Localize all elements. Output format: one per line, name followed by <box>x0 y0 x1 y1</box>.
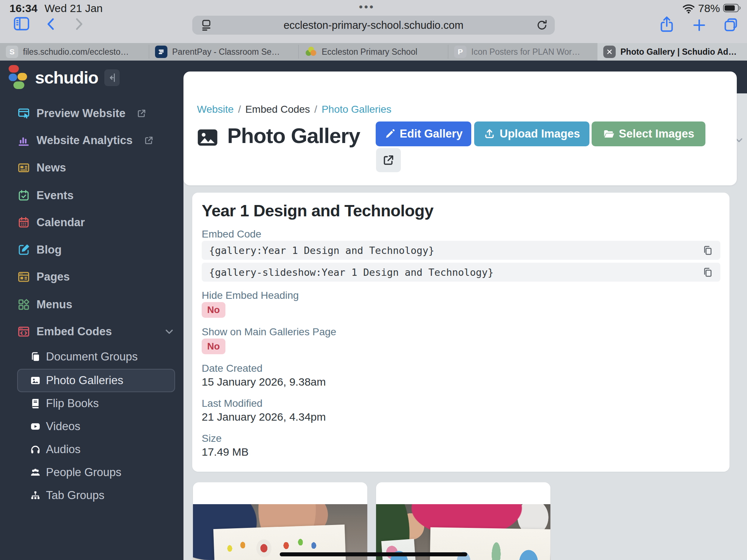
sidebar: schudio Preview Website Website Analytic… <box>0 61 183 560</box>
pencil-icon <box>384 128 395 139</box>
tab-parentpay[interactable]: ParentPay - Classroom Selection <box>149 43 298 61</box>
browser-chrome: 16:34 Wed 21 Jan ••• 78% eccleston-prima… <box>0 0 747 43</box>
gallery-name: Year 1 Design and Technology <box>202 201 433 220</box>
sidebar-item-videos[interactable]: Videos <box>30 415 175 438</box>
tab-bar: S files.schudio.com/eccleston-pri… Paren… <box>0 43 747 61</box>
tab-files-schudio[interactable]: S files.schudio.com/eccleston-pri… <box>0 43 149 61</box>
sidebar-toggle-button[interactable] <box>13 16 30 31</box>
sidebar-item-label: Document Groups <box>46 350 138 363</box>
tab-photo-gallery-active[interactable]: Photo Gallery | Schudio Admin <box>597 43 747 61</box>
wifi-icon <box>682 4 695 14</box>
sidebar-item-label: Events <box>36 189 74 202</box>
size-label: Size <box>202 433 221 444</box>
tab-icon-posters[interactable]: P Icon Posters for PLAN Working S… <box>448 43 597 61</box>
sidebar-item-document-groups[interactable]: Document Groups <box>30 345 175 368</box>
collapse-sidebar-button[interactable] <box>104 69 120 86</box>
sidebar-item-menus[interactable]: Menus <box>17 291 175 318</box>
gallery-photo-1 <box>193 504 367 560</box>
sidebar-item-people-groups[interactable]: People Groups <box>30 461 175 484</box>
breadcrumb-photo-galleries-link[interactable]: Photo Galleries <box>322 104 391 115</box>
battery-icon <box>723 3 741 13</box>
plan-p-favicon: P <box>454 46 467 58</box>
sidebar-item-news[interactable]: News <box>17 154 175 181</box>
close-tab-icon[interactable] <box>603 46 616 58</box>
battery-percent: 78% <box>698 2 720 15</box>
sidebar-item-tab-groups[interactable]: Tab Groups <box>30 484 175 507</box>
sidebar-item-events[interactable]: Events <box>17 182 175 209</box>
tab-eccleston-school[interactable]: Eccleston Primary School <box>299 43 448 61</box>
gallery-photo-card-2[interactable] <box>376 482 550 560</box>
embed-code-label: Embed Code <box>202 228 261 240</box>
sidebar-item-photo-galleries[interactable]: Photo Galleries <box>17 369 175 392</box>
sidebar-item-label: Tab Groups <box>46 489 104 502</box>
upload-images-button[interactable]: Upload Images <box>474 121 589 146</box>
book-icon <box>30 398 41 409</box>
date-created-label: Date Created <box>202 363 263 374</box>
sidebar-item-label: Website Analytics <box>36 134 133 147</box>
sidebar-item-label: Preview Website <box>36 107 125 120</box>
calendar-check-icon <box>17 189 30 202</box>
open-gallery-external-button[interactable] <box>376 148 401 172</box>
gallery-photo-card-1[interactable] <box>193 482 367 560</box>
external-link-icon <box>143 135 154 146</box>
new-tab-button[interactable] <box>692 18 707 33</box>
show-on-main-badge: No <box>202 339 225 354</box>
sidebar-item-embed-codes[interactable]: Embed Codes <box>17 318 175 345</box>
people-icon <box>30 467 41 478</box>
window-lines-icon <box>17 270 30 283</box>
embed-codes-chevron-icon <box>164 326 175 337</box>
sidebar-item-flip-books[interactable]: Flip Books <box>30 392 175 415</box>
upload-icon <box>484 128 495 140</box>
show-on-main-label: Show on Main Galleries Page <box>202 326 336 338</box>
last-modified-value: 21 January 2026, 4.34pm <box>202 411 326 423</box>
copy-icon[interactable] <box>702 267 713 278</box>
embed-code-field-1[interactable]: {gallery:Year 1 Design and Technology} <box>202 241 720 260</box>
home-indicator[interactable] <box>280 552 467 556</box>
sidebar-item-audios[interactable]: Audios <box>30 438 175 461</box>
back-button[interactable] <box>44 17 58 31</box>
sidebar-item-label: Calendar <box>36 216 85 229</box>
copy-icon[interactable] <box>702 245 713 256</box>
embed-code-text: {gallery:Year 1 Design and Technology} <box>209 245 434 256</box>
tabs-overview-button[interactable] <box>723 17 739 33</box>
status-time: 16:34 <box>9 2 38 15</box>
external-link-icon <box>136 108 147 119</box>
photo-gallery-title-icon <box>197 128 218 147</box>
image-icon <box>30 375 41 386</box>
sidebar-item-label: Blog <box>36 243 62 256</box>
eccleston-favicon <box>305 46 317 58</box>
address-bar[interactable]: eccleston-primary-school.schudio.com <box>192 16 555 35</box>
gallery-photo-2 <box>376 504 550 560</box>
forward-button[interactable] <box>72 17 85 31</box>
headphones-icon <box>30 444 41 455</box>
edit-gallery-button[interactable]: Edit Gallery <box>376 121 471 146</box>
embed-code-field-2[interactable]: {gallery-slideshow:Year 1 Design and Tec… <box>202 263 720 282</box>
sidebar-item-label: Videos <box>46 420 80 433</box>
multitasking-dots-icon[interactable]: ••• <box>359 1 375 13</box>
hide-embed-heading-badge: No <box>202 302 225 318</box>
gallery-detail-card: Year 1 Design and Technology Embed Code … <box>192 193 729 472</box>
newspaper-icon <box>17 161 30 174</box>
last-modified-label: Last Modified <box>202 398 263 409</box>
sidebar-item-label: Flip Books <box>46 397 99 410</box>
drawing-paper <box>381 539 417 560</box>
sidebar-item-blog[interactable]: Blog <box>17 236 175 263</box>
bar-chart-icon <box>17 134 30 147</box>
code-window-icon <box>17 325 30 338</box>
sidebar-item-preview-website[interactable]: Preview Website <box>17 100 175 127</box>
sidebar-item-label: News <box>36 161 66 174</box>
sidebar-item-calendar[interactable]: Calendar <box>17 209 175 236</box>
breadcrumb-separator: / <box>238 104 241 115</box>
size-value: 17.49 MB <box>202 446 248 458</box>
calendar-icon <box>17 216 30 229</box>
tab-title: Eccleston Primary School <box>322 47 417 57</box>
sidebar-item-pages[interactable]: Pages <box>17 263 175 290</box>
select-images-button[interactable]: Select Images <box>592 121 705 146</box>
sidebar-item-website-analytics[interactable]: Website Analytics <box>17 127 175 154</box>
page-format-icon[interactable] <box>200 19 213 31</box>
breadcrumb-website-link[interactable]: Website <box>197 104 234 115</box>
schudio-logo[interactable]: schudio <box>7 64 98 90</box>
share-button[interactable] <box>659 15 675 34</box>
page-title: Photo Gallery <box>227 123 384 149</box>
reload-icon[interactable] <box>536 19 548 31</box>
